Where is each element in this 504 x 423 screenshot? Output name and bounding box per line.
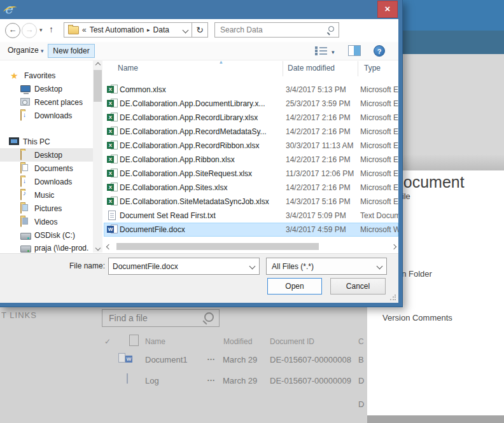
sidebar-item-downloads-fav[interactable]: ↓ Downloads [0, 109, 93, 122]
file-row[interactable]: X DE.Collaboration.App.RecordLibrary.xls… [104, 111, 398, 125]
chevron-down-icon[interactable] [245, 258, 259, 274]
new-folder-button[interactable]: New folder [48, 44, 95, 58]
column-divider[interactable] [358, 61, 358, 76]
search-input[interactable] [215, 25, 326, 34]
sidebar-item-pictures[interactable]: Pictures [0, 202, 93, 215]
file-name-combobox[interactable] [108, 258, 260, 275]
file-name: DE.Collaboration.App.Sites.xlsx [120, 183, 227, 192]
scroll-down-icon[interactable] [93, 243, 102, 253]
column-divider[interactable] [283, 61, 283, 76]
up-one-level-button[interactable]: ↑ [49, 24, 53, 34]
file-row[interactable]: X Common.xlsx 3/4/2017 5:13 PM Microsoft… [104, 83, 398, 97]
sidebar-item-osdisk[interactable]: OSDisk (C:) [0, 228, 93, 242]
sidebar-item-documents[interactable]: Documents [0, 162, 93, 175]
sidebar-group-favorites[interactable]: ★ Favorites [0, 69, 93, 82]
file-name: DE.Collaboration.App.Ribbon.xlsx [120, 155, 235, 164]
file-row[interactable]: X DE.Collaboration.App.SiteRequest.xlsx … [104, 167, 398, 181]
sidebar-scrollbar[interactable] [93, 60, 102, 253]
sidebar-group-this-pc[interactable]: This PC [0, 135, 93, 148]
item-label: Desktop [34, 151, 62, 160]
table-row[interactable]: Log … March 29 DE-015607-00000009 D [0, 373, 367, 389]
address-dropdown-icon[interactable] [183, 27, 189, 33]
breadcrumb-test-automation[interactable]: Test Automation [90, 25, 144, 34]
file-name-input[interactable] [109, 262, 245, 271]
refresh-button[interactable]: ↻ [192, 22, 208, 38]
file-row[interactable]: X DE.Collaboration.App.DocumentLibrary.x… [104, 97, 398, 111]
close-button[interactable]: × [377, 1, 398, 18]
file-row[interactable]: X DE.Collaboration.App.RecordRibbon.xlsx… [104, 139, 398, 153]
list-column-date-modified[interactable]: Date modified [288, 64, 335, 73]
organize-menu[interactable]: Organize ▾ [8, 46, 44, 55]
help-icon[interactable]: ? [374, 45, 385, 57]
history-dropdown-icon[interactable]: ▾ [39, 27, 43, 33]
file-name: Common.xlsx [120, 85, 166, 94]
edit-links-label[interactable]: T LINKS [1, 310, 37, 320]
file-row[interactable]: Document Set Read First.txt 3/4/2017 5:0… [104, 209, 398, 223]
picture-icon [22, 204, 28, 211]
breadcrumb-bar[interactable]: « Test Automation ▸ Data [64, 22, 192, 38]
file-type: Microsoft Ex [360, 99, 398, 108]
ellipsis-menu[interactable]: … [207, 373, 215, 383]
back-button[interactable]: ← [5, 23, 20, 38]
column-header-name[interactable]: Name [145, 337, 165, 346]
table-row[interactable]: W Document1 … March 29 DE-015607-0000000… [0, 352, 367, 368]
file-row[interactable]: X DE.Collaboration.App.RecordMetadataSy.… [104, 125, 398, 139]
search-icon[interactable] [326, 26, 334, 34]
scroll-left-icon[interactable] [104, 242, 113, 251]
change-view-icon[interactable] [314, 46, 328, 56]
list-column-type[interactable]: Type [364, 64, 381, 73]
resize-grip[interactable] [389, 295, 396, 301]
scrollbar-thumb[interactable] [116, 243, 319, 250]
file-link[interactable]: Document1 [145, 355, 187, 364]
ellipsis-menu[interactable]: … [207, 352, 215, 362]
sidebar-item-network-drive[interactable]: praja (\\de-prod. [0, 241, 93, 253]
file-modified: 14/2/2017 2:16 PM [286, 127, 350, 136]
excel-file-icon: X [107, 127, 118, 136]
open-button[interactable]: Open [267, 278, 322, 295]
search-icon[interactable] [202, 312, 214, 324]
file-name: DE.Collaboration.App.RecordLibrary.xlsx [120, 113, 258, 122]
dialog-titlebar[interactable]: e Choose File to Upload × [0, 0, 402, 19]
file-modified: 14/2/2017 2:16 PM [286, 183, 350, 192]
views-dropdown-icon[interactable]: ▾ [332, 49, 335, 55]
file-name: DE.Collaboration.App.RecordMetadataSy... [120, 127, 267, 136]
sidebar-item-recent-places[interactable]: Recent places [0, 95, 93, 109]
list-column-name[interactable]: Name [118, 64, 138, 73]
sidebar-item-desktop-fav[interactable]: Desktop [0, 82, 93, 95]
sidebar-item-videos[interactable]: Videos [0, 215, 93, 228]
file-row[interactable]: X DE.Collaboration.SiteMetadataSyncJob.x… [104, 195, 398, 209]
choose-file-dialog: e Choose File to Upload × ← → ▾ ↑ « Test… [0, 0, 403, 307]
search-box[interactable] [214, 22, 339, 38]
file-row-selected[interactable]: W DocumentFile.docx 3/4/2017 4:59 PM Mic… [104, 223, 398, 237]
download-arrow-icon: ↓ [23, 178, 26, 184]
scroll-right-icon[interactable] [389, 242, 398, 251]
browser-chrome [402, 0, 504, 31]
select-all-check-icon[interactable]: ✓ [104, 337, 111, 346]
file-row[interactable]: X DE.Collaboration.App.Sites.xlsx 14/2/2… [104, 181, 398, 195]
file-modified: 3/4/2017 5:13 PM [286, 85, 346, 94]
scroll-up-icon[interactable] [93, 60, 102, 69]
cancel-button[interactable]: Cancel [330, 278, 386, 295]
item-label: OSDisk (C:) [34, 231, 75, 240]
sidebar-item-downloads[interactable]: ↓ Downloads [0, 175, 93, 188]
item-label: Documents [34, 164, 73, 173]
forward-button[interactable]: → [22, 23, 37, 38]
file-row[interactable]: X DE.Collaboration.App.Ribbon.xlsx 14/2/… [104, 153, 398, 167]
sidebar-item-desktop[interactable]: Desktop [0, 148, 93, 162]
file-type-value: All Files (*.*) [267, 262, 372, 271]
find-a-file-input[interactable] [102, 313, 202, 323]
column-header-docid[interactable]: Document ID [270, 337, 314, 346]
preview-pane-icon[interactable] [348, 45, 361, 56]
breadcrumb-overflow-chevron[interactable]: « [82, 25, 87, 34]
scrollbar-thumb[interactable] [94, 70, 102, 102]
find-a-file-searchbox[interactable] [102, 309, 220, 327]
file-link[interactable]: Log [145, 376, 159, 385]
breadcrumb-data[interactable]: Data [153, 25, 169, 34]
item-label: Downloads [34, 111, 72, 120]
file-type-select[interactable]: All Files (*.*) [266, 258, 387, 275]
dimmed-page: T LINKS ✓ Name Modified Document ID C W … [0, 307, 367, 423]
sidebar-item-music[interactable]: ♪ Music [0, 188, 93, 202]
column-header-modified[interactable]: Modified [223, 337, 252, 346]
chevron-down-icon[interactable] [372, 258, 386, 274]
list-horizontal-scrollbar[interactable] [104, 242, 398, 252]
